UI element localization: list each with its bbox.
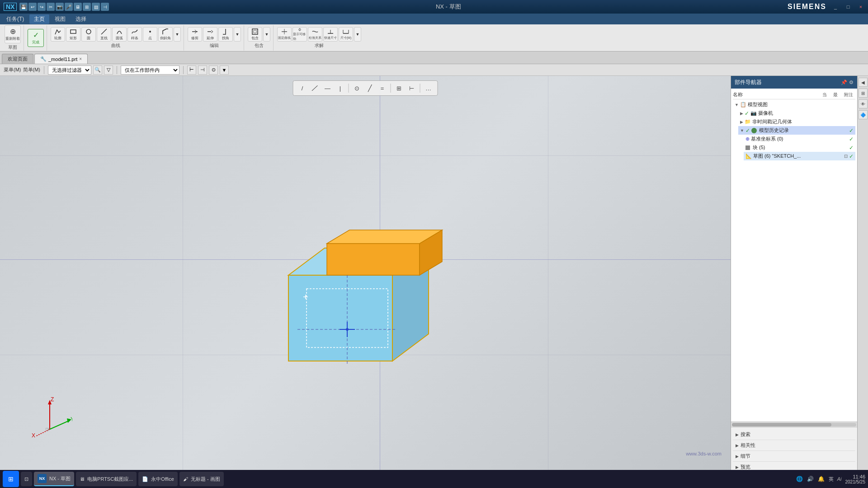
panel-settings-icon[interactable]: ⚙ — [849, 80, 854, 85]
taskbar-office[interactable]: 📄 永中Office — [138, 472, 178, 486]
tab-close-icon[interactable]: × — [79, 56, 82, 61]
edit-more-button[interactable]: ▼ — [234, 27, 241, 42]
tree-model-view[interactable]: ▼ 📋 模型视图 — [733, 100, 855, 109]
snap-icon1[interactable]: ⊢ — [187, 66, 196, 75]
time-value: 11:46 — [845, 474, 866, 479]
chamfer-button[interactable]: 倒斜角 — [158, 27, 173, 42]
draw-circle-button[interactable]: ⊙ — [352, 83, 363, 94]
save-icon[interactable]: 💾 — [19, 3, 28, 11]
sketch-toolbar: 菜单(M) 简单(M) 无选择过滤器 曲线 点 尺寸 🔍 ▽ 仅在工作部件内 整… — [0, 64, 868, 76]
copy-icon[interactable]: ⊞ — [83, 3, 91, 11]
snap-icon3[interactable]: ⊙ — [209, 66, 218, 75]
mic-icon[interactable]: 🎤 — [65, 3, 73, 11]
trim-button[interactable]: 修剪 — [188, 27, 202, 42]
hscroll-thumb[interactable] — [732, 423, 831, 427]
line-button[interactable]: 直线 — [97, 27, 111, 42]
spline-button[interactable]: 样条 — [127, 27, 142, 42]
array-icon[interactable]: ▤ — [92, 3, 100, 11]
show-movable-button[interactable]: 显示可移动 — [292, 27, 307, 42]
mirror-icon[interactable]: ⊣ — [101, 3, 109, 11]
point-button[interactable]: 点 — [143, 27, 157, 42]
quick-dimension-button[interactable]: 快速尺寸 — [323, 27, 338, 42]
snapshot-icon[interactable]: 📷 — [56, 3, 64, 11]
relax-relation-button[interactable]: 松弛关系 — [308, 27, 322, 42]
draw-measure-button[interactable]: ⊢ — [406, 83, 417, 94]
panel-pin-button[interactable]: 📌 — [841, 80, 847, 85]
profile-button[interactable]: 轮廓 — [51, 27, 65, 42]
dimension-button[interactable]: 尺寸(M) — [339, 27, 353, 42]
include-button[interactable]: 包含 — [248, 27, 262, 42]
refresh-attach-button[interactable]: ⊕ 重新附着 — [5, 25, 21, 43]
close-button[interactable]: × — [857, 3, 864, 10]
view-settings-icon[interactable]: ⊞ — [859, 89, 868, 98]
render-icon[interactable]: 🔷 — [859, 110, 868, 119]
screen-icon[interactable]: 🖥 — [74, 3, 82, 11]
draw-diagonal1-button[interactable]: / — [297, 83, 308, 94]
menu-select[interactable]: 选择 — [71, 14, 91, 24]
circle-button[interactable]: 圆 — [81, 27, 96, 42]
preview-label: 预览 — [741, 464, 750, 470]
tree-datum-coord[interactable]: ⊕ 基准坐标系 (0) ✓ — [744, 135, 855, 143]
draw-vertical-button[interactable]: | — [335, 83, 346, 94]
maximize-button[interactable]: □ — [844, 3, 852, 10]
tree-block[interactable]: 块 (5) ✓ — [744, 143, 855, 152]
start-button[interactable]: ⊞ — [3, 471, 19, 487]
menu-view[interactable]: 视图 — [50, 14, 70, 24]
toolbar-solve-section: 固定曲线 显示可移动 松弛关系 快速尺寸 尺寸(M) ▼ 求解 — [274, 25, 364, 51]
panel-collapse-button[interactable]: ◀ — [859, 78, 868, 87]
svg-rect-0 — [71, 30, 76, 33]
snap-icon2[interactable]: ⊣ — [198, 66, 207, 75]
corner-button[interactable]: 拐角 — [218, 27, 233, 42]
draw-more-button[interactable]: … — [423, 83, 434, 94]
toolbar-include-section: 包含 ▼ 包含 — [245, 25, 274, 51]
draw-arc-button[interactable]: ╱ — [364, 83, 375, 94]
menu-home[interactable]: 主页 — [29, 14, 49, 24]
volume-icon[interactable]: 🔊 — [807, 475, 814, 483]
undo-icon[interactable]: ↩ — [28, 3, 37, 11]
selection-filter-select[interactable]: 无选择过滤器 曲线 点 尺寸 — [48, 66, 91, 75]
extend-button[interactable]: 延伸 — [203, 27, 217, 42]
panel-search-section[interactable]: ▶ 搜索 — [733, 429, 855, 440]
curve-more-button[interactable]: ▼ — [174, 27, 181, 42]
edit-row: 修剪 延伸 拐角 ▼ — [188, 27, 241, 42]
solve-more-button[interactable]: ▼ — [354, 27, 361, 42]
draw-horizontal-button[interactable]: — — [322, 83, 333, 94]
filter-icon2[interactable]: ▽ — [104, 66, 113, 75]
taskview-button[interactable]: ⊡ — [21, 472, 32, 486]
taskbar-paint[interactable]: 🖌 无标题 - 画图 — [179, 472, 224, 486]
minimize-button[interactable]: _ — [832, 3, 839, 10]
tab-welcome[interactable]: 欢迎页面 — [2, 54, 33, 64]
panel-detail-section[interactable]: ▶ 细节 — [733, 451, 855, 462]
tree-camera[interactable]: ▶ ✓ 📷 摄像机 — [738, 109, 855, 117]
rectangle-button[interactable]: 矩形 — [66, 27, 80, 42]
display-icon[interactable]: 👁 — [859, 99, 868, 108]
taskbar-screenshot[interactable]: 🖥 电脑PRTSC截图应... — [76, 472, 137, 486]
fixed-curve-button[interactable]: 固定曲线 — [277, 27, 292, 42]
brand-label: SIEMENS — [788, 3, 826, 11]
redo-icon[interactable]: ↪ — [38, 3, 46, 11]
snap-dropdown[interactable]: ▼ — [220, 66, 229, 75]
draw-diagonal2-button[interactable]: ╱ — [308, 81, 322, 95]
lang-indicator[interactable]: 英 — [829, 476, 834, 483]
tree-nontimestamp[interactable]: ▶ 📁 非时间戳记几何体 — [738, 117, 855, 126]
tree-sketch[interactable]: 📐 草图 (6) "SKETCH_... ⊡ ✓ — [744, 152, 855, 160]
panel-relevance-section[interactable]: ▶ 相关性 — [733, 440, 855, 451]
tree-model-history[interactable]: ▼ ✓ 模型历史记录 ✓ — [738, 126, 855, 135]
panel-hscroll[interactable] — [731, 422, 857, 427]
svg-line-2 — [101, 29, 107, 34]
network-icon[interactable]: 🌐 — [796, 475, 803, 483]
draw-equal-button[interactable]: = — [377, 83, 388, 94]
scope-select[interactable]: 仅在工作部件内 整个装配体 — [121, 66, 179, 75]
viewport[interactable]: / ╱ — | ⊙ ╱ = ⊞ ⊢ … — [0, 76, 731, 474]
tab-model[interactable]: 🔧 _model11.prt × — [34, 54, 88, 64]
include-more-button[interactable]: ▼ — [263, 27, 270, 42]
cut-icon[interactable]: ✂ — [47, 3, 55, 11]
notification-icon[interactable]: 🔔 — [818, 475, 825, 483]
filter-icon1[interactable]: 🔍 — [93, 66, 102, 75]
arc-button[interactable]: 圆弧 — [112, 27, 127, 42]
draw-box-button[interactable]: ⊞ — [394, 83, 405, 94]
taskbar-nx[interactable]: NX NX - 草图 — [34, 472, 74, 486]
filter-mode-label[interactable]: 简单(M) — [23, 66, 41, 73]
menu-task[interactable]: 任务(T) — [2, 14, 28, 24]
complete-button[interactable]: ✓ 完成 — [28, 29, 44, 47]
